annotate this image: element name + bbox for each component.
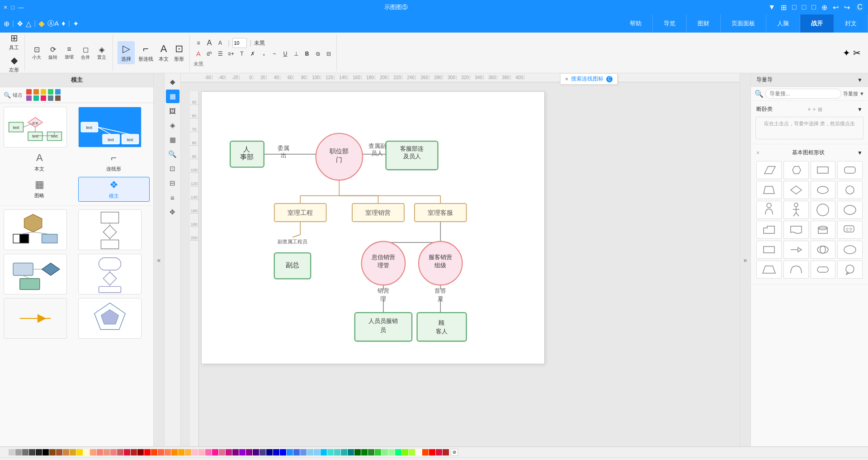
section-add-icon[interactable]: + <box>813 106 816 113</box>
color-swatch[interactable] <box>117 449 123 455</box>
shape-ellipse[interactable] <box>811 181 836 199</box>
color-swatch[interactable] <box>90 449 96 455</box>
bold-btn[interactable]: B <box>302 49 312 59</box>
color-swatch[interactable] <box>307 449 313 455</box>
add-icon[interactable]: □ <box>811 3 816 11</box>
cut-line-btn[interactable]: ⊥ <box>291 49 301 59</box>
color-swatch[interactable] <box>300 449 307 455</box>
color-swatch[interactable] <box>321 449 327 455</box>
flow-chart-5[interactable] <box>4 298 67 339</box>
color-swatch[interactable] <box>239 449 245 455</box>
lt-expand-btn[interactable]: ✥ <box>166 205 179 219</box>
color-swatch[interactable] <box>2 449 8 455</box>
lt-grid-btn[interactable]: ▦ <box>166 90 179 103</box>
color-swatch[interactable] <box>158 449 164 455</box>
menu-cursor2-icon[interactable]: ✦ <box>73 19 79 28</box>
plus-icon[interactable]: ⊕ <box>821 3 827 12</box>
shape-rounded-rect[interactable] <box>837 161 863 179</box>
color-swatch[interactable] <box>293 449 300 455</box>
shape-trapz2[interactable] <box>756 261 782 279</box>
color-swatch[interactable] <box>76 449 83 455</box>
font-size-a-large[interactable]: A <box>204 38 214 48</box>
lt-fill-btn[interactable]: ◆ <box>166 75 179 89</box>
align-btn[interactable]: ◈ 置立 <box>94 44 109 62</box>
menu-diamond-icon[interactable]: ◆ <box>38 19 45 28</box>
paste-format-btn[interactable]: ⊟ <box>324 49 334 59</box>
lt-image-btn[interactable]: 🖼 <box>166 104 179 118</box>
lt-search-btn[interactable]: 🔍 <box>166 147 179 161</box>
shape-form-btn[interactable]: ⊡ 形形 <box>172 42 186 63</box>
color-swatch[interactable] <box>29 449 35 455</box>
font-size-input[interactable] <box>232 38 247 48</box>
lt-note-btn[interactable]: ≡ <box>166 191 179 204</box>
color-swatch[interactable] <box>348 449 354 455</box>
menu-star-icon[interactable]: ♦ <box>61 19 65 28</box>
color-swatch[interactable] <box>253 449 259 455</box>
select-btn[interactable]: ▷ 选择 <box>118 41 135 64</box>
color-swatch[interactable] <box>341 449 347 455</box>
shape-person-outline[interactable] <box>756 201 782 219</box>
text-style-btn[interactable]: T <box>237 49 247 59</box>
lt-link-btn[interactable]: ⊟ <box>166 176 179 190</box>
color-swatch[interactable] <box>42 449 49 455</box>
grid-icon[interactable]: ⊞ <box>781 3 787 12</box>
window2-icon[interactable]: □ <box>802 3 807 11</box>
tilde-btn[interactable]: ~ <box>269 49 279 59</box>
indent-btn[interactable]: ≡+ <box>226 49 236 59</box>
browser-icon[interactable]: C <box>855 3 864 12</box>
tool-shape-btn[interactable]: ◆ 左形 <box>7 54 21 74</box>
tab-nav[interactable]: 导览 <box>653 14 687 33</box>
color-swatch[interactable] <box>314 449 320 455</box>
flow-chart-6[interactable] <box>78 298 142 339</box>
color-swatch[interactable] <box>22 449 28 455</box>
font-size-a-small[interactable]: A <box>215 38 225 48</box>
shape-document[interactable] <box>783 221 809 239</box>
tab-expand[interactable]: 战开 <box>800 14 834 33</box>
shape-rect[interactable] <box>811 161 836 179</box>
text-btn[interactable]: A 本文 <box>157 42 170 63</box>
close-icon[interactable]: × <box>4 4 7 11</box>
shape-trapezoid[interactable] <box>756 181 782 199</box>
color-swatch[interactable] <box>131 449 137 455</box>
right-expand-btn[interactable]: » <box>740 73 750 446</box>
color-swatch[interactable] <box>198 449 205 455</box>
shape-curved[interactable] <box>783 261 809 279</box>
color-swatch[interactable] <box>266 449 273 455</box>
tab-close-icon[interactable]: × <box>565 76 568 82</box>
shape-hexagon[interactable] <box>783 161 809 179</box>
section-shapes-close-icon[interactable]: × <box>756 150 760 156</box>
color-swatch[interactable] <box>110 449 117 455</box>
tab-brain[interactable]: 人脑 <box>766 14 800 33</box>
collapse-panel-btn[interactable]: « <box>154 73 165 446</box>
menu-grid-icon[interactable]: ❖ <box>17 19 23 28</box>
section-shapes-chevron-icon[interactable]: ▼ <box>857 150 863 156</box>
align-right-icon[interactable]: 未黑 <box>193 61 203 67</box>
color-swatch[interactable] <box>15 449 22 455</box>
shape-arrow-right[interactable] <box>783 241 809 259</box>
shape-circle[interactable] <box>837 181 863 199</box>
color-swatch[interactable] <box>246 449 252 455</box>
tab-resources[interactable]: 图财 <box>687 14 721 33</box>
section-shapes-header[interactable]: × 基本图框形状 ▼ <box>754 147 865 158</box>
subscript-btn[interactable]: ₓ <box>259 49 269 59</box>
section-close-icon[interactable]: × <box>808 106 811 113</box>
color-swatch[interactable] <box>70 449 76 455</box>
template-main[interactable]: ❖ 模主 <box>78 177 150 202</box>
color-swatch[interactable] <box>49 449 56 455</box>
list-btn[interactable]: ☰ <box>215 49 225 59</box>
color-swatch[interactable] <box>212 449 218 455</box>
flow-chart-4[interactable] <box>78 254 142 294</box>
color-swatch[interactable] <box>205 449 212 455</box>
color-swatch[interactable] <box>178 449 184 455</box>
color-swatch[interactable] <box>151 449 157 455</box>
color-swatch[interactable] <box>388 449 395 455</box>
color-swatch[interactable] <box>171 449 178 455</box>
shape-parallelogram[interactable] <box>756 161 782 179</box>
color-swatch[interactable] <box>409 449 415 455</box>
menu-cursor-icon[interactable]: ⊕ <box>4 19 9 28</box>
shape-person-stick[interactable] <box>783 201 809 219</box>
color-swatch[interactable] <box>56 449 62 455</box>
section-binding-header[interactable]: 断卧类 × + ⊞ ▼ <box>754 104 865 115</box>
color-swatch[interactable] <box>137 449 144 455</box>
color-swatch[interactable] <box>395 449 401 455</box>
